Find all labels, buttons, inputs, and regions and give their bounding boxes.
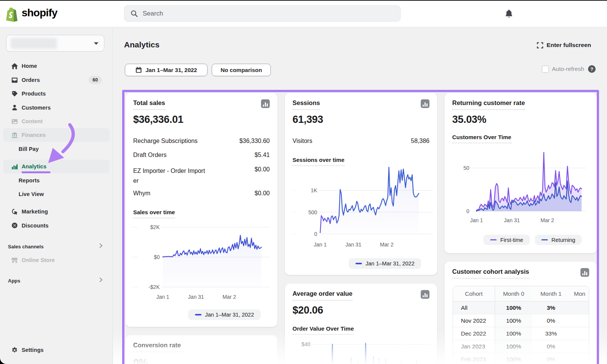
content-icon	[11, 118, 18, 125]
svg-text:Mar 2: Mar 2	[380, 242, 393, 248]
card-title: Conversion rate	[133, 342, 181, 352]
svg-text:500: 500	[308, 209, 318, 215]
discounts-icon	[11, 222, 18, 229]
caret-down-icon	[93, 42, 99, 46]
marketing-icon	[11, 208, 18, 215]
svg-text:Jan 31: Jan 31	[504, 217, 520, 223]
sidebar-item-label: Home	[22, 63, 37, 69]
store-name-redacted	[11, 38, 57, 49]
metric-row: Whym$0.00	[133, 190, 270, 197]
returning-rate-value: 35.03%	[452, 114, 486, 126]
bar-chart-icon[interactable]	[421, 99, 429, 108]
sidebar-item-home[interactable]: Home	[3, 59, 110, 73]
svg-text:Jan 1: Jan 1	[470, 217, 483, 223]
customer-cohort-analysis-card: Customer cohort analysis Cohort Month 0 …	[445, 262, 597, 364]
svg-text:Jan 1: Jan 1	[314, 242, 327, 248]
bar-chart-icon[interactable]	[261, 99, 270, 108]
legend-dash	[490, 239, 497, 241]
total-sales-card: Total sales $36,336.01 Recharge Subscrip…	[126, 93, 277, 327]
sidebar-item-label: Bill Pay	[19, 146, 39, 152]
sidebar-item-discounts[interactable]: Discounts	[3, 219, 110, 232]
store-selector[interactable]	[6, 35, 104, 52]
svg-text:Jan 31: Jan 31	[188, 294, 204, 300]
help-icon[interactable]: ?	[588, 65, 596, 73]
average-order-value-card: Average order value $20.06 Order Value O…	[285, 284, 437, 364]
metric-row: Recharge Subscriptions$36,330.60	[133, 138, 270, 144]
svg-text:0: 0	[314, 231, 317, 237]
sidebar-item-label: Reports	[19, 177, 40, 184]
total-sales-value: $36,336.01	[133, 114, 183, 126]
apps-header[interactable]: Apps	[3, 275, 110, 286]
sidebar-item-label: Customers	[22, 105, 51, 111]
online-store-icon	[11, 256, 18, 264]
chevron-right-icon	[99, 277, 103, 284]
finances-bank-icon	[11, 131, 18, 139]
sidebar-item-label: Settings	[22, 347, 44, 353]
chart-legend: Jan 1–Mar 31, 2022	[188, 309, 261, 320]
table-row[interactable]: Nov 2022100%0%	[453, 314, 589, 327]
bar-chart-icon[interactable]	[421, 290, 429, 299]
sidebar-item-label: Discounts	[22, 223, 49, 229]
notifications-bell-icon[interactable]	[505, 9, 513, 20]
svg-text:50: 50	[463, 165, 469, 171]
conversion-rate-card: Conversion rate 0%	[126, 335, 277, 364]
card-title: Total sales	[133, 99, 165, 110]
card-title: Returning customer rate	[452, 99, 525, 110]
chart-subtitle: Sales over time	[133, 209, 175, 218]
cohort-table-wrap: Cohort Month 0 Month 1 Mon All100%3% Nov…	[453, 286, 589, 364]
sidebar-item-label: Marketing	[22, 209, 48, 215]
products-tag-icon	[11, 90, 18, 97]
sessions-card: Sessions 61,393 Visitors58,386 Sessions …	[285, 93, 437, 275]
sales-channels-header[interactable]: Sales channels	[3, 241, 110, 252]
svg-text:$2K: $2K	[150, 224, 160, 230]
chart-legend-first-time: First-time	[483, 235, 530, 245]
table-row[interactable]: Jan 2023100%0%	[453, 340, 589, 353]
search-icon	[131, 10, 138, 17]
table-row[interactable]: Dec 2022100%33%	[453, 327, 589, 340]
auto-refresh-label: Auto-refresh	[552, 66, 584, 72]
fullscreen-icon	[537, 42, 543, 49]
svg-text:$0: $0	[154, 254, 160, 260]
chart-legend: Jan 1–Mar 31, 2022	[349, 258, 421, 269]
legend-dash	[355, 263, 362, 264]
orders-count-badge: 60	[89, 76, 102, 84]
bar-chart-icon[interactable]	[580, 268, 589, 277]
metric-row: Visitors58,386	[292, 138, 429, 144]
sidebar-item-label: Orders	[22, 77, 40, 83]
page-title: Analytics	[124, 40, 159, 49]
date-range-button[interactable]: Jan 1–Mar 31, 2022	[125, 64, 208, 76]
sidebar-item-customers[interactable]: Customers	[3, 101, 110, 115]
chart-legend-returning: Returning	[535, 235, 582, 245]
sidebar-item-label: Live View	[19, 191, 44, 197]
metric-row: EZ Importer - Order Importer$0.00	[133, 166, 270, 186]
annotation-arrow	[41, 121, 83, 195]
sidebar-item-products[interactable]: Products	[3, 87, 110, 100]
card-title: Average order value	[292, 290, 352, 301]
svg-text:Jan 31: Jan 31	[346, 242, 362, 248]
home-icon	[11, 62, 18, 70]
calendar-icon	[135, 67, 142, 73]
sidebar-item-marketing[interactable]: Marketing	[3, 205, 110, 218]
sidebar-item-label: Content	[22, 118, 42, 124]
order-value-chart: $40	[285, 334, 437, 364]
table-row[interactable]: Feb 2023100%0%	[453, 353, 589, 364]
sessions-chart: 1K5000Jan 1Jan 31Mar 2	[285, 167, 437, 254]
sidebar-item-settings[interactable]: Settings	[3, 343, 110, 357]
table-header-row: Cohort Month 0 Month 1 Mon	[453, 286, 589, 301]
sidebar: Home Orders 60 Products Customers Conten…	[0, 27, 113, 364]
sidebar-item-online-store[interactable]: Online Store	[3, 253, 110, 267]
window-corner	[0, 358, 6, 364]
comparison-button[interactable]: No comparison	[212, 64, 271, 76]
sidebar-item-orders[interactable]: Orders 60	[3, 73, 110, 87]
svg-text:Mar 2: Mar 2	[541, 217, 554, 223]
auto-refresh-checkbox[interactable]	[542, 66, 549, 73]
svg-text:0: 0	[466, 208, 469, 214]
table-row[interactable]: All100%3%	[453, 301, 589, 314]
enter-fullscreen-button[interactable]: Enter fullscreen	[537, 42, 591, 49]
aov-value: $20.06	[292, 304, 323, 316]
cohort-table: Cohort Month 0 Month 1 Mon All100%3% Nov…	[453, 286, 589, 364]
orders-icon	[11, 76, 18, 84]
auto-refresh-control: Auto-refresh ?	[542, 65, 596, 73]
settings-gear-icon	[11, 346, 18, 354]
search-input[interactable]: Search	[124, 5, 401, 22]
